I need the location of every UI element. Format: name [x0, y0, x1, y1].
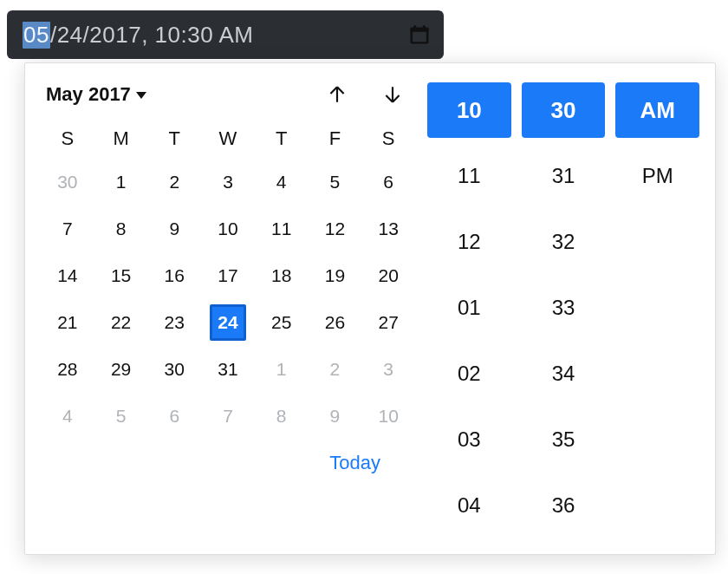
day-cell[interactable]: 18 — [255, 252, 309, 299]
ampm-column: AMPM — [615, 82, 699, 533]
dow-cell: S — [361, 115, 415, 159]
day-cell[interactable]: 30 — [147, 346, 201, 393]
day-cell[interactable]: 5 — [94, 393, 148, 440]
minute-option[interactable]: 33 — [522, 280, 606, 336]
day-cell[interactable]: 24 — [201, 299, 255, 346]
day-cell[interactable]: 7 — [201, 393, 255, 440]
week-row: 30123456 — [41, 159, 415, 205]
datetime-input[interactable]: 05/24/2017, 10:30 AM — [7, 10, 444, 59]
week-row: 78910111213 — [41, 205, 415, 252]
day-cell[interactable]: 12 — [309, 205, 362, 252]
month-nav — [325, 82, 410, 107]
month-year-button[interactable]: May 2017 — [46, 83, 146, 106]
week-row: 28293031123 — [41, 346, 415, 393]
dow-cell: F — [309, 115, 362, 159]
minute-option[interactable]: 35 — [522, 412, 606, 467]
svg-rect-1 — [411, 28, 429, 32]
day-cell[interactable]: 4 — [41, 393, 94, 440]
day-cell[interactable]: 8 — [94, 205, 148, 252]
month-year-label: May 2017 — [46, 83, 131, 106]
day-cell[interactable]: 31 — [201, 346, 255, 393]
day-cell[interactable]: 29 — [94, 346, 148, 393]
day-cell[interactable]: 2 — [309, 346, 362, 393]
calendar-panel: May 2017 SMTWTFS 30123456789101112131415… — [41, 82, 415, 533]
day-cell[interactable]: 3 — [201, 159, 255, 205]
ampm-option[interactable]: PM — [615, 148, 699, 204]
day-cell[interactable]: 1 — [255, 346, 309, 393]
today-row: Today — [41, 440, 415, 474]
next-month-button[interactable] — [380, 82, 405, 107]
day-cell[interactable]: 11 — [255, 205, 309, 252]
day-cell[interactable]: 1 — [94, 159, 148, 205]
dow-cell: T — [255, 115, 309, 159]
dow-cell: M — [94, 115, 148, 159]
calendar-header: May 2017 — [41, 82, 415, 115]
hour-option[interactable]: 01 — [427, 280, 511, 336]
svg-rect-4 — [423, 25, 426, 29]
datetime-picker-popup: May 2017 SMTWTFS 30123456789101112131415… — [24, 62, 716, 555]
day-cell[interactable]: 4 — [255, 159, 309, 205]
datetime-input-text: 05/24/2017, 10:30 AM — [23, 22, 253, 49]
day-cell[interactable]: 23 — [147, 299, 201, 346]
day-cell[interactable]: 5 — [309, 159, 362, 205]
ampm-option[interactable]: AM — [615, 82, 699, 138]
input-selected-segment: 05 — [23, 22, 50, 49]
day-cell[interactable]: 15 — [94, 252, 148, 299]
hours-column: 10111201020304 — [427, 82, 511, 533]
week-row: 21222324252627 — [41, 299, 415, 346]
day-cell[interactable]: 3 — [361, 346, 415, 393]
day-cell[interactable]: 22 — [94, 299, 148, 346]
day-cell[interactable]: 7 — [41, 205, 94, 252]
day-cell[interactable]: 20 — [361, 252, 415, 299]
day-cell[interactable]: 6 — [361, 159, 415, 205]
day-cell[interactable]: 14 — [41, 252, 94, 299]
dow-cell: W — [201, 115, 255, 159]
day-cell[interactable]: 10 — [201, 205, 255, 252]
day-cell[interactable]: 2 — [147, 159, 201, 205]
calendar-grid: 3012345678910111213141516171819202122232… — [41, 159, 415, 440]
minutes-column: 30313233343536 — [522, 82, 606, 533]
dow-cell: T — [147, 115, 201, 159]
hour-option[interactable]: 02 — [427, 346, 511, 401]
day-cell[interactable]: 25 — [255, 299, 309, 346]
dow-cell: S — [41, 115, 94, 159]
day-cell[interactable]: 16 — [147, 252, 201, 299]
day-cell[interactable]: 6 — [147, 393, 201, 440]
day-cell[interactable]: 26 — [309, 299, 362, 346]
day-of-week-row: SMTWTFS — [41, 115, 415, 159]
day-cell[interactable]: 9 — [147, 205, 201, 252]
minute-option[interactable]: 36 — [522, 478, 606, 533]
day-cell[interactable]: 8 — [255, 393, 309, 440]
day-cell[interactable]: 13 — [361, 205, 415, 252]
minute-option[interactable]: 31 — [522, 148, 606, 204]
day-cell[interactable]: 21 — [41, 299, 94, 346]
hour-option[interactable]: 10 — [427, 82, 511, 138]
today-link[interactable]: Today — [329, 452, 380, 473]
input-rest: /24/2017, 10:30 AM — [50, 22, 254, 49]
minute-option[interactable]: 34 — [522, 346, 606, 401]
day-cell[interactable]: 27 — [361, 299, 415, 346]
calendar-icon[interactable] — [407, 23, 432, 47]
dropdown-triangle-icon — [136, 92, 146, 99]
day-cell[interactable]: 17 — [201, 252, 255, 299]
hour-option[interactable]: 04 — [427, 478, 511, 533]
day-cell[interactable]: 9 — [309, 393, 362, 440]
week-row: 45678910 — [41, 393, 415, 440]
hour-option[interactable]: 03 — [427, 412, 511, 467]
minute-option[interactable]: 32 — [522, 214, 606, 270]
hour-option[interactable]: 12 — [427, 214, 511, 270]
day-cell[interactable]: 19 — [309, 252, 362, 299]
day-cell[interactable]: 28 — [41, 346, 94, 393]
time-panel: 10111201020304 30313233343536 AMPM — [415, 82, 699, 533]
minute-option[interactable]: 30 — [522, 82, 606, 138]
day-cell[interactable]: 10 — [361, 393, 415, 440]
prev-month-button[interactable] — [325, 82, 349, 107]
svg-rect-2 — [413, 32, 426, 42]
hour-option[interactable]: 11 — [427, 148, 511, 204]
week-row: 14151617181920 — [41, 252, 415, 299]
svg-rect-3 — [413, 25, 416, 29]
day-cell[interactable]: 30 — [41, 159, 94, 205]
